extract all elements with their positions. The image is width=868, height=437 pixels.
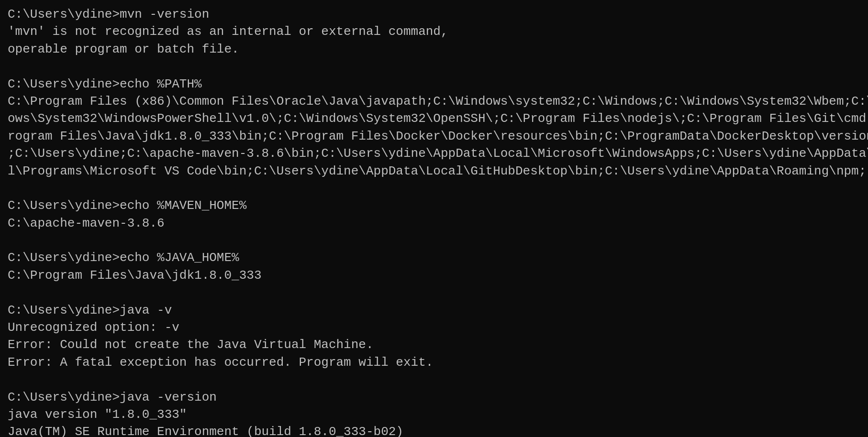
terminal-line-2: operable program or batch file. (8, 41, 860, 58)
empty-line-21 (8, 371, 860, 388)
terminal-line-0: C:\Users\ydine>mvn -version (8, 6, 860, 23)
empty-line-13 (8, 232, 860, 249)
terminal-window[interactable]: C:\Users\ydine>mvn -version'mvn' is not … (0, 0, 868, 437)
terminal-line-4: C:\Users\ydine>echo %PATH% (8, 76, 860, 93)
terminal-output: C:\Users\ydine>mvn -version'mvn' is not … (8, 6, 860, 437)
terminal-line-6: ows\System32\WindowsPowerShell\v1.0\;C:\… (8, 110, 860, 127)
terminal-line-17: C:\Users\ydine>java -v (8, 302, 860, 319)
terminal-line-20: Error: A fatal exception has occurred. P… (8, 354, 860, 371)
terminal-line-8: ;C:\Users\ydine;C:\apache-maven-3.8.6\bi… (8, 145, 860, 162)
terminal-line-23: java version "1.8.0_333" (8, 406, 860, 423)
empty-line-16 (8, 284, 860, 301)
terminal-line-9: l\Programs\Microsoft VS Code\bin;C:\User… (8, 163, 860, 180)
terminal-line-5: C:\Program Files (x86)\Common Files\Orac… (8, 93, 860, 110)
terminal-line-24: Java(TM) SE Runtime Environment (build 1… (8, 423, 860, 437)
terminal-line-11: C:\Users\ydine>echo %MAVEN_HOME% (8, 197, 860, 214)
terminal-line-18: Unrecognized option: -v (8, 319, 860, 336)
terminal-line-19: Error: Could not create the Java Virtual… (8, 336, 860, 353)
empty-line-10 (8, 180, 860, 197)
terminal-line-15: C:\Program Files\Java\jdk1.8.0_333 (8, 267, 860, 284)
terminal-line-12: C:\apache-maven-3.8.6 (8, 215, 860, 232)
terminal-line-22: C:\Users\ydine>java -version (8, 389, 860, 406)
terminal-line-7: rogram Files\Java\jdk1.8.0_333\bin;C:\Pr… (8, 128, 860, 145)
empty-line-3 (8, 58, 860, 75)
terminal-line-14: C:\Users\ydine>echo %JAVA_HOME% (8, 249, 860, 266)
terminal-line-1: 'mvn' is not recognized as an internal o… (8, 23, 860, 40)
